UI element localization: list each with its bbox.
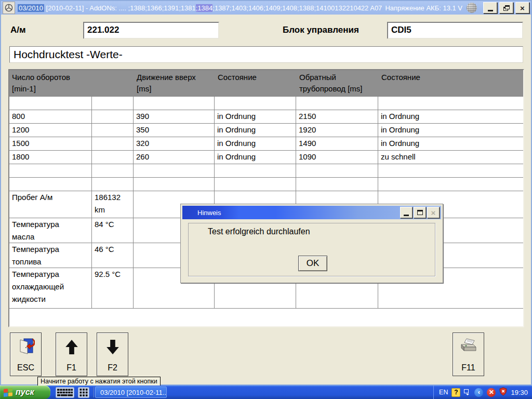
table-cell bbox=[296, 97, 378, 110]
table-cell: 1200 bbox=[9, 124, 92, 137]
ecu-field[interactable]: CDI5 bbox=[387, 22, 523, 39]
table-cell bbox=[92, 137, 134, 150]
arrow-down-icon bbox=[105, 339, 120, 357]
vehicle-label: А/м bbox=[10, 25, 26, 35]
esc-button[interactable]: ESC bbox=[10, 332, 42, 376]
table-cell bbox=[92, 97, 134, 110]
ecu-label: Блок управления bbox=[283, 25, 359, 35]
dialog-close-button[interactable]: × bbox=[427, 207, 440, 218]
dialog-title: Hinweis bbox=[197, 209, 221, 217]
table-cell: 1920 bbox=[296, 124, 378, 137]
window-title: 03/2010 [2010-02-11] - AddONs: .... ;138… bbox=[18, 4, 382, 12]
table-cell: in Ordnung bbox=[378, 137, 523, 150]
table-cell bbox=[378, 178, 523, 191]
mercedes-star-icon[interactable] bbox=[3, 2, 15, 14]
start-button[interactable]: пуск bbox=[0, 385, 50, 399]
table-cell: 1090 bbox=[296, 151, 378, 164]
security-shield-icon[interactable] bbox=[499, 387, 507, 398]
table-row: 800390in Ordnung2150in Ordnung bbox=[9, 110, 523, 123]
table-cell: 2150 bbox=[296, 110, 378, 123]
table-cell bbox=[92, 164, 134, 177]
table-row: 1200350in Ordnung1920in Ordnung bbox=[9, 123, 523, 137]
table-cell bbox=[92, 151, 134, 164]
table-cell bbox=[134, 178, 215, 191]
table-cell bbox=[215, 164, 296, 177]
dialog-maximize-button[interactable] bbox=[414, 207, 426, 218]
language-indicator[interactable]: EN bbox=[439, 389, 448, 396]
col-header-up-movement: Движение вверх[ms] bbox=[134, 70, 215, 96]
table-cell: Температура масла bbox=[9, 218, 92, 243]
esc-tooltip: Начните работу с нажатия этой кнопки bbox=[37, 377, 161, 386]
table-cell bbox=[9, 178, 92, 191]
restore-button[interactable] bbox=[499, 2, 513, 14]
table-cell: 390 bbox=[134, 110, 215, 123]
battery-voltage: Напряжение АКБ: 13.1 V bbox=[385, 4, 462, 12]
table-cell bbox=[296, 178, 378, 191]
task-button-das[interactable]: 03/2010 [2010-02-11... bbox=[95, 387, 167, 398]
col-header-return-line: Обратныйтрубопровод [ms] bbox=[297, 70, 379, 96]
app-titlebar[interactable]: 03/2010 [2010-02-11] - AddONs: .... ;138… bbox=[1, 1, 531, 15]
table-row bbox=[9, 164, 523, 177]
table-cell: zu schnell bbox=[378, 151, 523, 164]
table-cell bbox=[9, 164, 92, 177]
table-cell bbox=[92, 110, 134, 123]
col-header-rpm: Число оборотов[min-1] bbox=[9, 70, 134, 96]
table-cell: 186132 km bbox=[92, 191, 134, 218]
table-cell: 46 °C bbox=[92, 243, 134, 268]
table-cell: 1500 bbox=[9, 137, 92, 150]
table-cell: 350 bbox=[134, 124, 215, 137]
f2-button[interactable]: F2 bbox=[97, 332, 128, 376]
title-rest: ;1387;1403;1406;1409;1408;1388;141001322… bbox=[212, 4, 382, 12]
table-cell bbox=[134, 164, 215, 177]
close-button[interactable]: × bbox=[515, 2, 529, 14]
table-cell bbox=[215, 97, 296, 110]
app-window: 03/2010 [2010-02-11] - AddONs: .... ;138… bbox=[0, 0, 532, 385]
results-table: Число оборотов[min-1] Движение вверх[ms]… bbox=[8, 69, 524, 327]
table-cell: in Ordnung bbox=[215, 151, 296, 164]
table-cell bbox=[296, 164, 378, 177]
help-tray-icon[interactable]: ? bbox=[451, 388, 460, 397]
table-cell bbox=[378, 97, 523, 110]
title-addons: [2010-02-11] - AddONs: .... ;1388;1366;1… bbox=[44, 4, 196, 12]
table-row: 1800260in Ordnung1090zu schnell bbox=[9, 150, 523, 164]
table-cell bbox=[92, 124, 134, 137]
hinweis-dialog: Hinweis × Test erfolgreich durchlaufen O… bbox=[180, 204, 443, 283]
quick-launch bbox=[52, 385, 89, 399]
vehicle-field[interactable]: 221.022 bbox=[83, 22, 219, 39]
system-tray: EN ? ‹ ✕ 19:30 bbox=[433, 385, 532, 399]
restore-window-tray-icon[interactable] bbox=[464, 389, 471, 396]
table-cell: Температура топлива bbox=[9, 243, 92, 268]
col-header-status1: Состояние bbox=[215, 70, 297, 96]
table-row: 1500320in Ordnung1490in Ordnung bbox=[9, 137, 523, 150]
ok-button[interactable]: OK bbox=[298, 256, 327, 271]
table-cell: 92.5 °C bbox=[92, 268, 134, 308]
table-cell bbox=[215, 178, 296, 191]
table-cell: in Ordnung bbox=[215, 124, 296, 137]
table-cell: 84 °C bbox=[92, 218, 134, 243]
table-cell: in Ordnung bbox=[215, 137, 296, 150]
table-cell: 800 bbox=[9, 110, 92, 123]
arrow-up-icon bbox=[64, 339, 79, 357]
table-cell bbox=[134, 97, 215, 110]
table-cell: 260 bbox=[134, 151, 215, 164]
printer-icon bbox=[459, 337, 478, 356]
keyboard-icon[interactable] bbox=[56, 387, 74, 398]
error-tray-icon[interactable]: ✕ bbox=[487, 388, 496, 397]
f11-button[interactable]: F11 bbox=[453, 332, 484, 376]
dialog-titlebar[interactable]: Hinweis × bbox=[182, 206, 441, 219]
table-cell: in Ordnung bbox=[378, 124, 523, 137]
table-cell: 1800 bbox=[9, 151, 92, 164]
f1-button[interactable]: F1 bbox=[56, 332, 87, 376]
keypad-grid-icon[interactable] bbox=[78, 387, 89, 398]
dialog-minimize-button[interactable] bbox=[400, 207, 413, 218]
title-app-version: 03/2010 bbox=[18, 4, 44, 12]
table-cell bbox=[9, 97, 92, 110]
exit-door-icon bbox=[17, 337, 35, 357]
minimize-button[interactable] bbox=[483, 2, 497, 14]
title-highlighted-addon: ;1384 bbox=[196, 4, 213, 12]
hide-icons-chevron-icon[interactable]: ‹ bbox=[474, 388, 483, 397]
windows-logo-icon bbox=[4, 388, 12, 397]
taskbar-clock: 19:30 bbox=[511, 389, 528, 396]
col-header-status2: Состояние bbox=[379, 70, 523, 96]
globe-busy-icon bbox=[467, 3, 477, 13]
